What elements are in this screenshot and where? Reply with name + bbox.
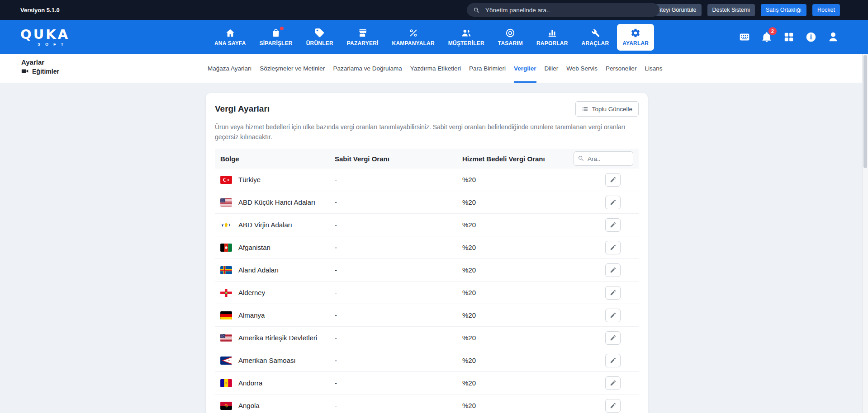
- tab-personeller[interactable]: Personeller: [606, 54, 636, 83]
- topbar-actions: Siteyi GörüntüleDestek SistemiSatış Orta…: [651, 4, 840, 16]
- flag-ad-icon: [220, 379, 232, 387]
- flag-tr-icon: [220, 176, 232, 184]
- table-body[interactable]: Türkiye-%20ABD Küçük Harici Adaları-%20A…: [215, 169, 639, 413]
- list-check-icon: [582, 106, 588, 113]
- search-icon: [473, 7, 480, 14]
- edit-row-button[interactable]: [605, 309, 621, 322]
- edit-row-button[interactable]: [605, 218, 621, 232]
- bulk-update-button[interactable]: Toplu Güncelle: [575, 101, 639, 117]
- edit-row-button[interactable]: [605, 286, 621, 300]
- trainings-link[interactable]: Eğitimler: [21, 67, 59, 75]
- service-tax-value: %20: [462, 289, 565, 296]
- tab-sözleşmeler-ve-metinler[interactable]: Sözleşmeler ve Metinler: [260, 54, 325, 83]
- nav-item-pazaryeri̇[interactable]: PAZARYERİ: [342, 24, 384, 51]
- nav-item-kampanyalar[interactable]: KAMPANYALAR: [387, 24, 440, 51]
- region-name: Angola: [238, 402, 260, 409]
- flag-us-icon: [220, 198, 232, 206]
- table-row: ABD Virjin Adaları-%20: [215, 214, 639, 236]
- apps-grid-icon[interactable]: [783, 31, 795, 43]
- nav-item-label: ÜRÜNLER: [306, 40, 333, 47]
- service-tax-value: %20: [462, 244, 565, 251]
- window-scrollbar-thumb[interactable]: [863, 55, 867, 168]
- nav-item-müşteri̇ler[interactable]: MÜŞTERİLER: [443, 24, 490, 51]
- table-row: Angola-%20: [215, 394, 639, 413]
- table-search[interactable]: [574, 151, 633, 166]
- tab-diller[interactable]: Diller: [545, 54, 559, 83]
- logo-subtext: SOFT: [20, 42, 70, 47]
- service-tax-value: %20: [462, 266, 565, 274]
- fixed-tax-value: -: [335, 289, 462, 296]
- fixed-tax-value: -: [335, 198, 462, 206]
- admin-search[interactable]: [467, 3, 659, 17]
- nav-item-ürünler[interactable]: ÜRÜNLER: [301, 24, 339, 51]
- topbar-button-rocket[interactable]: Rocket: [812, 4, 840, 16]
- tab-para-birimleri[interactable]: Para Birimleri: [469, 54, 506, 83]
- topbar-button-satış-ortaklığı[interactable]: Satış Ortaklığı: [761, 4, 806, 16]
- edit-row-button[interactable]: [605, 196, 621, 209]
- nav-item-ayarlar[interactable]: AYARLAR: [617, 24, 654, 51]
- edit-row-button[interactable]: [605, 376, 621, 390]
- table-header: Bölge Sabit Vergi Oranı Hizmet Bedeli Ve…: [215, 149, 639, 169]
- section-title: Ayarlar: [21, 58, 59, 66]
- video-camera-icon: [21, 67, 29, 75]
- bell-icon[interactable]: 2: [761, 31, 773, 43]
- design-target-icon: [505, 28, 515, 38]
- table-row: ABD Küçük Harici Adaları-%20: [215, 191, 639, 214]
- tab-lisans[interactable]: Lisans: [645, 54, 662, 83]
- edit-row-button[interactable]: [605, 399, 621, 413]
- trainings-label: Eğitimler: [32, 68, 59, 75]
- admin-search-input[interactable]: [484, 6, 653, 14]
- service-tax-value: %20: [462, 379, 565, 387]
- page-title: Vergi Ayarları: [215, 104, 270, 114]
- user-icon[interactable]: [827, 31, 839, 43]
- nav-item-label: TASARIM: [498, 40, 523, 47]
- flag-us-icon: [220, 334, 232, 342]
- region-name: ABD Virjin Adaları: [238, 221, 292, 229]
- nav-item-raporlar[interactable]: RAPORLAR: [531, 24, 574, 51]
- fixed-tax-value: -: [335, 176, 462, 183]
- nav-item-tasarim[interactable]: TASARIM: [493, 24, 528, 51]
- nav-item-label: ARAÇLAR: [582, 40, 609, 47]
- page-content: Vergi Ayarları Toplu Güncelle Ürün veya …: [0, 83, 868, 413]
- logo[interactable]: QUKA SOFT: [20, 28, 70, 47]
- info-icon[interactable]: [805, 31, 817, 43]
- edit-row-button[interactable]: [605, 331, 621, 345]
- tab-yazdırma-etiketleri[interactable]: Yazdırma Etiketleri: [410, 54, 461, 83]
- column-header-region: Bölge: [220, 155, 335, 163]
- version-label: Versiyon 5.1.0: [20, 7, 60, 14]
- topbar-button-destek-sistemi[interactable]: Destek Sistemi: [707, 4, 755, 16]
- nav-item-araçlar[interactable]: ARAÇLAR: [576, 24, 615, 51]
- tab-vergiler[interactable]: Vergiler: [514, 54, 536, 83]
- tab-mağaza-ayarları[interactable]: Mağaza Ayarları: [208, 54, 251, 83]
- edit-row-button[interactable]: [605, 263, 621, 277]
- edit-row-button[interactable]: [605, 241, 621, 254]
- notification-count-badge: 2: [768, 27, 777, 35]
- edit-row-button[interactable]: [605, 173, 621, 187]
- tax-settings-card: Vergi Ayarları Toplu Güncelle Ürün veya …: [206, 93, 648, 413]
- column-header-service-tax: Hizmet Bedeli Vergi Oranı: [462, 155, 565, 163]
- fixed-tax-value: -: [335, 244, 462, 251]
- nav-item-label: SİPARİŞLER: [260, 40, 293, 47]
- pencil-icon: [610, 289, 617, 296]
- keypad-icon[interactable]: [739, 31, 750, 43]
- tab-pazarlama-ve-doğrulama[interactable]: Pazarlama ve Doğrulama: [333, 54, 402, 83]
- nav-item-si̇pari̇şler[interactable]: SİPARİŞLER: [254, 24, 298, 51]
- home-icon: [225, 28, 235, 38]
- fixed-tax-value: -: [335, 357, 462, 364]
- flag-af-icon: [220, 244, 232, 252]
- nav-items: ANA SAYFASİPARİŞLERÜRÜNLERPAZARYERİKAMPA…: [209, 20, 654, 54]
- products-tag-icon: [315, 28, 325, 38]
- pencil-icon: [610, 176, 617, 183]
- fixed-tax-value: -: [335, 311, 462, 319]
- tab-web-servis[interactable]: Web Servis: [566, 54, 598, 83]
- service-tax-value: %20: [462, 311, 565, 319]
- flag-de-icon: [220, 311, 232, 319]
- table-row: Türkiye-%20: [215, 169, 639, 191]
- edit-row-button[interactable]: [605, 354, 621, 367]
- subheader-left: Ayarlar Eğitimler: [21, 58, 59, 75]
- logo-text: QUKA: [20, 28, 70, 41]
- window-scrollbar[interactable]: [862, 54, 868, 413]
- nav-item-label: RAPORLAR: [536, 40, 568, 47]
- nav-item-label: MÜŞTERİLER: [448, 40, 484, 47]
- nav-item-ana-sayfa[interactable]: ANA SAYFA: [209, 24, 251, 51]
